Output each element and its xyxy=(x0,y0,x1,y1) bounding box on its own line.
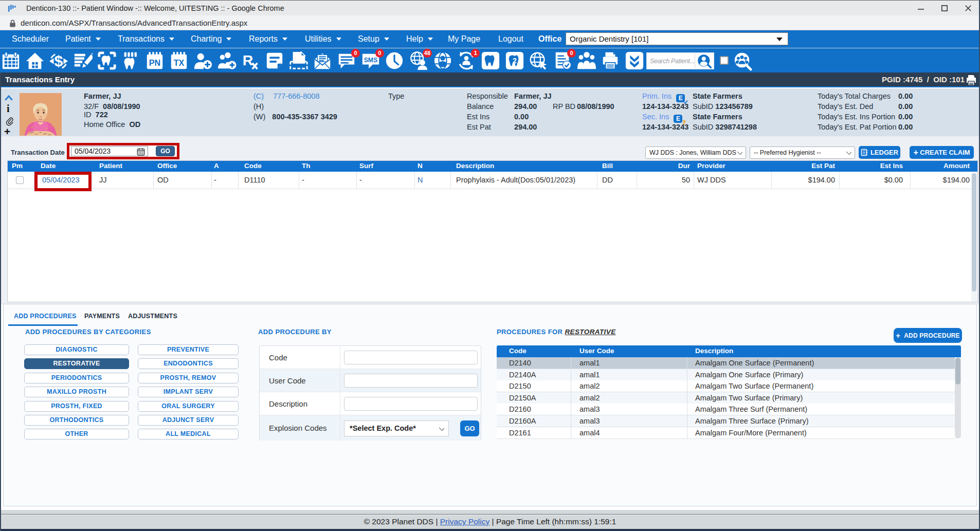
nav-item-setup[interactable]: Setup xyxy=(358,34,389,44)
patient-info-icon[interactable]: i xyxy=(7,103,10,115)
category-prosth-fixed[interactable]: PROSTH, FIXED xyxy=(24,401,129,412)
add-family-button[interactable] xyxy=(216,51,237,71)
nav-item-scheduler[interactable]: Scheduler xyxy=(12,34,49,44)
ledger-button[interactable]: LEDGER xyxy=(859,146,900,159)
add-patient-button[interactable] xyxy=(192,51,213,71)
patient-search-button[interactable] xyxy=(695,53,713,68)
collapse-toolbar-button[interactable] xyxy=(624,51,645,71)
perio-chart-button[interactable] xyxy=(120,51,141,71)
procedure-row-d2140[interactable]: D2140amal1Amalgam One Surface (Permanent… xyxy=(497,357,955,369)
notes-button[interactable] xyxy=(264,51,285,71)
category-oral-surgery[interactable]: ORAL SURGERY xyxy=(138,401,239,412)
category-orthodontics[interactable]: ORTHODONTICS xyxy=(24,415,129,426)
procedure-row-d2160[interactable]: D2160amal3Amalgam Three Surf (Permanent) xyxy=(497,404,955,415)
grid-scrollbar[interactable] xyxy=(971,172,977,302)
description-input[interactable] xyxy=(344,397,478,411)
procedures-scrollbar[interactable] xyxy=(955,357,961,438)
close-button[interactable] xyxy=(956,1,980,16)
phone-link[interactable]: 777-666-8008 xyxy=(273,92,319,100)
home-button[interactable] xyxy=(25,51,45,71)
maximize-button[interactable] xyxy=(933,1,956,16)
time-clock-button[interactable] xyxy=(384,51,405,71)
eligibility-check-icon[interactable]: E✔ xyxy=(676,94,685,102)
category-prosth-remov[interactable]: PROSTH, REMOV xyxy=(138,373,239,383)
nav-item-my-page[interactable]: My Page xyxy=(448,34,480,44)
nav-item-reports[interactable]: Reports xyxy=(249,34,287,44)
category-restorative[interactable]: RESTORATIVE xyxy=(24,358,129,369)
category-adjunct-serv[interactable]: ADJUNCT SERV xyxy=(138,415,239,426)
patient-photo[interactable] xyxy=(20,93,62,136)
payment-transfer-button[interactable] xyxy=(48,51,69,71)
procedure-row-d2140a[interactable]: D2140Aamal1Amalgam One Surface (Primary) xyxy=(497,369,955,381)
category-preventive[interactable]: PREVENTIVE xyxy=(138,344,239,355)
messages-button[interactable]: 0 xyxy=(336,51,357,71)
procedures-scrollbar-thumb[interactable] xyxy=(955,358,960,384)
staff-button[interactable] xyxy=(576,51,597,71)
code-input[interactable] xyxy=(344,351,478,364)
provider-select[interactable]: WJ DDS : Jones, William DDS xyxy=(645,147,746,159)
online-patients-button[interactable]: 48 xyxy=(408,51,429,71)
minimize-button[interactable] xyxy=(909,1,933,16)
nav-item-utilities[interactable]: Utilities xyxy=(305,34,341,44)
doc-check-button[interactable]: 0 xyxy=(552,51,573,71)
transaction-date-input[interactable]: 05/04/2023 xyxy=(71,146,148,156)
tooth-chart-button[interactable] xyxy=(480,51,501,71)
schedule-calendar-button[interactable] xyxy=(1,51,21,71)
category-other[interactable]: OTHER xyxy=(24,429,129,440)
mail-button[interactable] xyxy=(312,51,333,71)
prim-ins-link[interactable]: Prim. Ins xyxy=(642,92,672,100)
procedure-row-d2160a[interactable]: D2160Aamal3Amalgam Three Surface (Primar… xyxy=(497,415,955,427)
add-procedure-button[interactable]: + ADD PROCEDURE xyxy=(894,328,962,343)
transaction-row[interactable]: 05/04/2023JJOD-D1110--NProphylaxis - Adu… xyxy=(8,172,977,189)
advanced-patient-search-button[interactable] xyxy=(732,51,753,72)
sec-ins-link[interactable]: Sec. Ins xyxy=(642,113,669,121)
category-diagnostic[interactable]: DIAGNOSTIC xyxy=(24,344,129,355)
procedure-row-d2161[interactable]: D2161amal4Amalgam Four/More (Permanent) xyxy=(497,427,955,439)
privacy-policy-link[interactable]: Privacy Policy xyxy=(440,517,489,526)
nav-item-logout[interactable]: Logout xyxy=(498,34,523,44)
procedure-row-d2150a[interactable]: D2150Aamal2Amalgam Two Surface (Primary) xyxy=(497,392,955,404)
treatment-plan-button[interactable] xyxy=(169,51,189,71)
tooth-chart-2-button[interactable] xyxy=(504,51,525,71)
calendar-picker-icon[interactable] xyxy=(137,148,145,156)
scan-document-button[interactable] xyxy=(288,51,309,71)
progress-notes-button[interactable] xyxy=(144,51,165,71)
patient-search-input[interactable]: Search Patient... xyxy=(650,58,695,65)
category-implant-serv[interactable]: IMPLANT SERV xyxy=(138,387,239,397)
patient-chart-button[interactable] xyxy=(97,51,117,71)
tab-add-procedures[interactable]: ADD PROCEDURES xyxy=(14,313,77,320)
tab-payments[interactable]: PAYMENTS xyxy=(84,313,120,320)
print-page-icon[interactable] xyxy=(965,74,977,86)
explosion-codes-select[interactable]: *Select Exp. Code* xyxy=(344,420,449,436)
sms-button[interactable]: 0 xyxy=(360,51,381,71)
office-select[interactable]: Organic Dentistry [101] xyxy=(566,32,788,45)
browser-address-bar[interactable]: denticon.com/ASPX/Transactions/AdvancedT… xyxy=(0,15,980,30)
procedure-row-d2150[interactable]: D2150amal2Amalgam Two Surface (Permanent… xyxy=(497,380,955,392)
nav-item-charting[interactable]: Charting xyxy=(191,34,231,44)
category-endodontics[interactable]: ENDODONTICS xyxy=(138,358,239,369)
attachment-icon[interactable] xyxy=(5,116,14,126)
patient-portal-button[interactable] xyxy=(432,51,453,71)
category-maxillo-prosth[interactable]: MAXILLO PROSTH xyxy=(24,387,129,397)
search-include-inactive-checkbox[interactable] xyxy=(720,56,729,65)
explosion-go-button[interactable]: GO xyxy=(460,420,479,436)
user-code-input[interactable] xyxy=(344,374,478,388)
nav-item-help[interactable]: Help xyxy=(406,34,433,44)
category-periodontics[interactable]: PERIODONTICS xyxy=(24,373,129,383)
nav-item-patient[interactable]: Patient xyxy=(65,34,101,44)
hygienist-select[interactable]: -- Preferred Hygienist -- xyxy=(750,147,855,159)
tab-adjustments[interactable]: ADJUSTMENTS xyxy=(128,313,177,320)
edit-transactions-button[interactable] xyxy=(72,51,93,71)
transaction-date-go-button[interactable]: GO xyxy=(156,146,175,156)
eligibility-question-icon[interactable]: E? xyxy=(674,115,682,123)
grid-scrollbar-thumb[interactable] xyxy=(972,173,976,291)
print-toolbar-button[interactable] xyxy=(600,51,621,71)
nav-item-transactions[interactable]: Transactions xyxy=(118,34,174,44)
create-claim-button[interactable]: + CREATE CLAIM xyxy=(910,146,974,159)
category-all-medical[interactable]: ALL MEDICAL xyxy=(138,429,239,440)
patient-sync-button[interactable]: 1 xyxy=(456,51,477,71)
row-checkbox[interactable] xyxy=(16,176,24,184)
web-access-button[interactable] xyxy=(528,51,549,71)
prescriptions-button[interactable] xyxy=(241,51,261,71)
collapse-panel-icon[interactable] xyxy=(5,95,13,100)
